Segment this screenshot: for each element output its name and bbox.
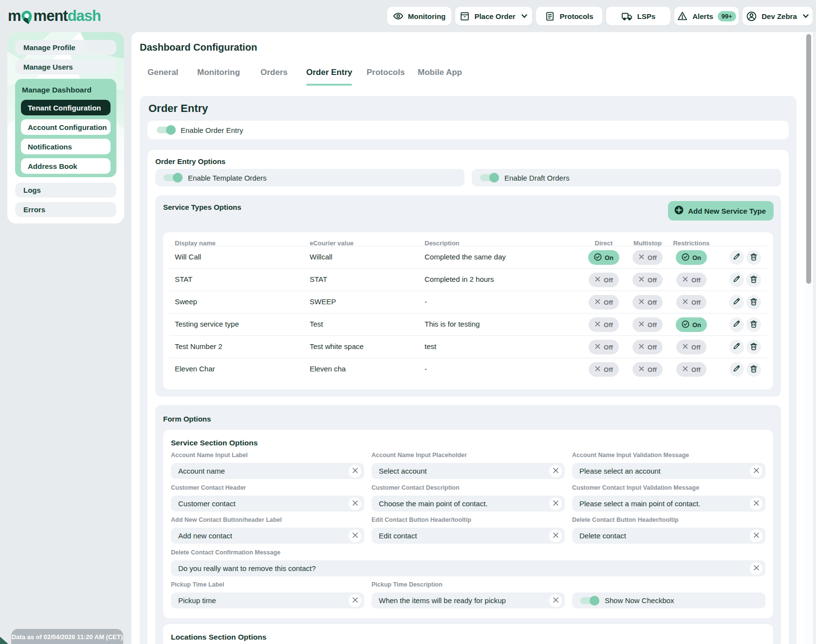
edit-row-button[interactable] — [729, 295, 744, 310]
status-badge-off[interactable]: Off — [676, 362, 706, 377]
x-small-icon — [594, 276, 601, 284]
text-input[interactable]: Select account — [371, 463, 565, 479]
protocols-button[interactable]: Protocols — [536, 7, 602, 25]
edit-row-button[interactable] — [729, 362, 744, 377]
status-badge-off[interactable]: Off — [676, 340, 706, 354]
status-badge-off[interactable]: Off — [632, 317, 663, 332]
status-cell: Off — [582, 362, 626, 377]
display-name-cell: Eleven Char — [175, 365, 215, 373]
scrollbar-thumb[interactable] — [806, 34, 811, 284]
sidebar-item-notifications[interactable]: Notifications — [21, 139, 111, 154]
delete-row-button[interactable] — [746, 317, 761, 332]
status-badge-off[interactable]: Off — [589, 273, 619, 287]
enable-template-orders-toggle[interactable] — [164, 174, 183, 181]
table-row: STATSTATCompleted in 2 hoursOffOffOff — [163, 268, 773, 291]
sidebar-item-manage-users[interactable]: Manage Users — [15, 59, 116, 74]
tab-order-entry[interactable]: Order Entry — [306, 68, 352, 86]
text-input[interactable]: When the items will be ready for pickup — [371, 592, 565, 608]
add-new-service-type-button[interactable]: Add New Service Type — [668, 201, 774, 221]
table-row: SweepSWEEP-OffOffOff — [163, 291, 773, 313]
alerts-button[interactable]: Alerts99+ — [674, 7, 739, 25]
edit-row-button[interactable] — [729, 317, 744, 332]
clear-input-button[interactable] — [549, 530, 562, 542]
clear-input-button[interactable] — [750, 497, 762, 510]
monitoring-button[interactable]: Monitoring — [387, 7, 451, 25]
tab-general[interactable]: General — [148, 68, 178, 77]
sidebar-item-logs[interactable]: Logs — [15, 183, 116, 198]
status-badge-off[interactable]: Off — [632, 340, 663, 354]
delete-row-button[interactable] — [746, 362, 761, 377]
tab-mobile-app[interactable]: Mobile App — [418, 68, 462, 77]
x-small-icon — [594, 366, 601, 373]
text-input[interactable]: Delete contact — [572, 528, 765, 544]
tab-label: General — [148, 68, 178, 77]
clear-input-button[interactable] — [349, 530, 361, 542]
status-badge-off[interactable]: Off — [676, 273, 706, 287]
lsps-button[interactable]: LSPs — [606, 7, 670, 25]
input-value: Edit contact — [379, 532, 417, 540]
text-input[interactable]: Add new contact — [171, 528, 364, 544]
x-small-icon — [638, 298, 645, 306]
text-input[interactable]: Pickup time — [171, 592, 364, 608]
status-badge-off[interactable]: Off — [589, 362, 619, 377]
text-input[interactable]: Edit contact — [371, 528, 565, 544]
status-badge-off[interactable]: Off — [589, 317, 619, 332]
enable-order-entry-toggle[interactable] — [157, 127, 176, 133]
clear-input-button[interactable] — [349, 465, 361, 478]
sidebar-item-errors[interactable]: Errors — [15, 202, 116, 217]
text-input[interactable]: Choose the main point of contact. — [371, 496, 565, 512]
clear-input-button[interactable] — [549, 497, 562, 510]
sidebar-item-address-book[interactable]: Address Book — [21, 158, 111, 174]
clear-input-button[interactable] — [349, 594, 361, 607]
clear-input-button[interactable] — [549, 465, 562, 478]
trash-icon — [750, 342, 758, 352]
status-badge-on[interactable]: On — [676, 317, 707, 332]
status-badge-off[interactable]: Off — [589, 295, 619, 310]
text-input[interactable]: Customer contact — [171, 496, 364, 512]
clear-input-button[interactable] — [349, 497, 361, 510]
status-cell: On — [669, 250, 713, 265]
edit-row-button[interactable] — [729, 273, 744, 287]
status-cell: Off — [626, 340, 669, 354]
show-now-checkbox-toggle[interactable] — [580, 597, 599, 604]
dev-zebra-button[interactable]: Dev Zebra — [742, 7, 813, 25]
clear-icon — [352, 532, 358, 540]
status-badge-on[interactable]: On — [588, 250, 619, 265]
status-badge-off[interactable]: Off — [632, 362, 663, 377]
clear-input-button[interactable] — [750, 465, 762, 478]
status-badge-on[interactable]: On — [676, 250, 707, 265]
description-cell: Completed the same day — [425, 253, 506, 261]
scrollbar-edge — [813, 32, 816, 644]
field-label: Add New Contact Button/header Label — [171, 516, 364, 523]
clear-input-button[interactable] — [750, 562, 762, 575]
place-order-button[interactable]: Place Order — [455, 7, 532, 25]
text-input[interactable]: Do you really want to remove this contac… — [171, 560, 765, 576]
status-badge-off[interactable]: Off — [676, 295, 706, 310]
delete-row-button[interactable] — [746, 250, 761, 265]
edit-row-button[interactable] — [729, 250, 744, 265]
status-badge-off[interactable]: Off — [632, 295, 663, 310]
edit-row-button[interactable] — [729, 340, 744, 354]
tab-protocols[interactable]: Protocols — [367, 68, 405, 77]
sidebar-item-manage-profile[interactable]: Manage Profile — [15, 40, 116, 55]
status-badge-off[interactable]: Off — [632, 250, 663, 265]
tab-monitoring[interactable]: Monitoring — [197, 68, 240, 77]
status-badge-off[interactable]: Off — [632, 273, 663, 287]
option-toggle-label: Enable Template Orders — [188, 174, 266, 182]
sidebar-item-account-configuration[interactable]: Account Configuration — [21, 119, 111, 135]
sidebar-item-tenant-configuration[interactable]: Tenant Configuration — [21, 100, 111, 115]
clear-input-button[interactable] — [549, 594, 562, 607]
delete-row-button[interactable] — [746, 340, 761, 354]
delete-row-button[interactable] — [746, 273, 761, 287]
sidebar-group-manage-dashboard[interactable]: Manage DashboardTenant ConfigurationAcco… — [15, 79, 116, 177]
text-input[interactable]: Please select a main point of contact. — [572, 496, 765, 512]
enable-draft-orders-toggle[interactable] — [480, 174, 499, 181]
clear-input-button[interactable] — [750, 530, 762, 542]
delete-row-button[interactable] — [746, 295, 761, 310]
badge-label: Off — [648, 276, 657, 284]
tab-orders[interactable]: Orders — [260, 68, 288, 77]
status-badge-off[interactable]: Off — [589, 340, 619, 354]
text-input[interactable]: Please select an account — [572, 463, 765, 479]
field-label: Delete Contact Confirmation Message — [171, 549, 765, 556]
text-input[interactable]: Account name — [171, 463, 364, 479]
